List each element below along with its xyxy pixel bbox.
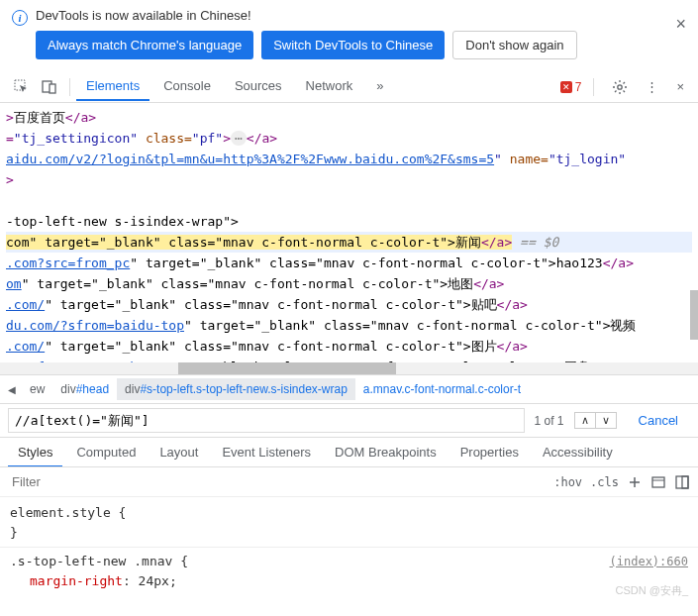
- settings-icon[interactable]: [606, 73, 634, 101]
- switch-language-button[interactable]: Switch DevTools to Chinese: [261, 31, 445, 59]
- styles-toolbar: :hov .cls: [0, 467, 698, 497]
- crumb-item[interactable]: a.mnav.c-font-normal.c-color-t: [355, 378, 529, 400]
- watermark: CSDN @安冉_: [615, 583, 688, 598]
- tab-console[interactable]: Console: [153, 72, 221, 101]
- hov-toggle[interactable]: :hov: [553, 475, 582, 489]
- tab-properties[interactable]: Properties: [450, 439, 529, 465]
- tab-computed[interactable]: Computed: [66, 439, 146, 465]
- tab-layout[interactable]: Layout: [150, 439, 208, 465]
- dom-tree[interactable]: >百度首页</a> ="tj_settingicon" class="pf">⋯…: [0, 103, 698, 374]
- always-match-button[interactable]: Always match Chrome's language: [36, 31, 253, 59]
- error-count[interactable]: ✕7: [560, 80, 582, 94]
- cls-toggle[interactable]: .cls: [590, 475, 619, 489]
- styles-filter-input[interactable]: [8, 470, 546, 493]
- search-result-count: 1 of 1: [535, 414, 564, 428]
- tab-sources[interactable]: Sources: [225, 72, 292, 101]
- svg-rect-6: [682, 476, 688, 488]
- search-prev-button[interactable]: ∧: [574, 412, 596, 429]
- dom-breadcrumb: ◀ ew div#head div#s-top-left.s-top-left-…: [0, 374, 698, 404]
- tab-elements[interactable]: Elements: [76, 72, 150, 101]
- svg-point-3: [618, 84, 622, 88]
- vertical-scrollbar[interactable]: [690, 137, 698, 374]
- more-icon[interactable]: ⋮: [640, 73, 664, 100]
- styles-tabs: Styles Computed Layout Event Listeners D…: [0, 438, 698, 467]
- panel-tabs: Elements Console Sources Network »: [76, 72, 394, 101]
- search-next-button[interactable]: ∨: [596, 412, 617, 429]
- close-devtools-icon[interactable]: ×: [670, 73, 690, 100]
- crumb-left-icon[interactable]: ◀: [6, 382, 18, 397]
- dom-search-bar: 1 of 1 ∧ ∨ Cancel: [0, 404, 698, 438]
- tab-styles[interactable]: Styles: [8, 439, 62, 467]
- main-toolbar: Elements Console Sources Network » ✕7 ⋮ …: [0, 71, 698, 103]
- crumb-item[interactable]: div#s-top-left.s-top-left-new.s-isindex-…: [117, 378, 355, 400]
- computed-sidebar-icon[interactable]: [650, 474, 666, 490]
- search-input[interactable]: [8, 408, 525, 433]
- inspect-icon[interactable]: [8, 73, 36, 101]
- dont-show-button[interactable]: Don't show again: [452, 31, 576, 59]
- tab-network[interactable]: Network: [296, 72, 363, 101]
- tab-accessibility[interactable]: Accessibility: [533, 439, 623, 465]
- svg-rect-2: [50, 84, 55, 93]
- device-toggle-icon[interactable]: [36, 73, 63, 101]
- info-icon: i: [12, 10, 28, 26]
- rendering-icon[interactable]: [674, 474, 690, 490]
- more-tabs-icon[interactable]: »: [366, 72, 393, 101]
- styles-rules[interactable]: element.style { } (index):660.s-top-left…: [0, 497, 698, 597]
- rule-source-link[interactable]: (index):660: [610, 552, 688, 571]
- new-style-rule-icon[interactable]: [627, 474, 643, 490]
- tab-event-listeners[interactable]: Event Listeners: [212, 439, 321, 465]
- language-banner: i DevTools is now available in Chinese! …: [0, 0, 698, 71]
- svg-rect-4: [652, 477, 664, 487]
- tab-dom-breakpoints[interactable]: DOM Breakpoints: [325, 439, 447, 465]
- crumb-item[interactable]: div#head: [52, 378, 117, 400]
- search-cancel-button[interactable]: Cancel: [627, 413, 690, 428]
- banner-message: DevTools is now available in Chinese!: [36, 8, 686, 23]
- close-banner-icon[interactable]: ×: [675, 14, 686, 35]
- crumb-item[interactable]: ew: [22, 378, 52, 400]
- horizontal-scrollbar[interactable]: [0, 362, 698, 374]
